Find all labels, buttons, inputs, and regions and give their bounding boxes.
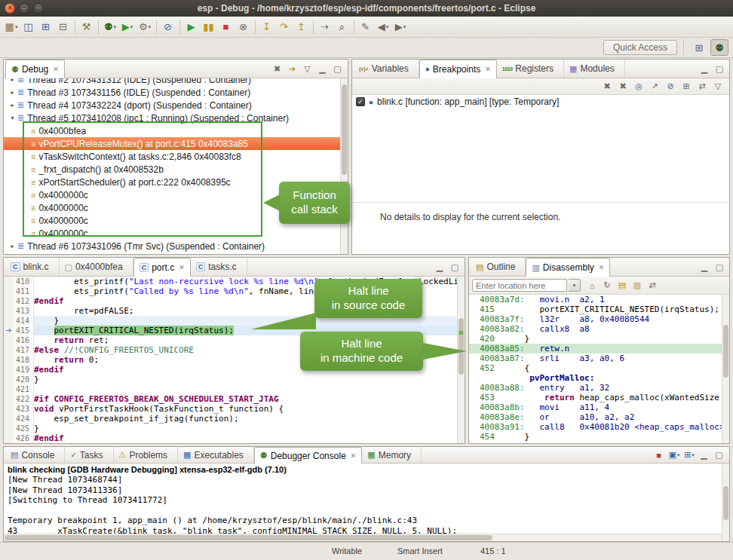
disassembly-scrollbar[interactable] xyxy=(722,295,729,443)
minimize-view-icon[interactable]: ▁ xyxy=(698,260,711,274)
disconnect-icon[interactable]: ⊗ xyxy=(235,19,252,35)
build-icon[interactable]: ⚒ xyxy=(78,19,95,35)
code-line[interactable]: 421 xyxy=(4,384,465,394)
debug-tree-row[interactable]: ▸ ≣ Thread #2 1073431312 (IDLE) (Suspend… xyxy=(4,78,348,86)
remove-all-breakpoints-icon[interactable]: ✖ xyxy=(616,80,630,93)
code-line[interactable]: 424 esp_set_breakpoint_if_jtag(function)… xyxy=(4,414,465,424)
disassembly-line[interactable]: 415 portEXIT_CRITICAL_NESTED(irqStatus); xyxy=(469,304,729,314)
debug-tree-row[interactable]: ▸ ≣ Thread #3 1073431156 (IDLE) (Suspend… xyxy=(4,86,348,99)
disassembly-line[interactable]: 40083a87: srli a3, a0, 6 xyxy=(469,353,729,363)
expand-arrow-icon[interactable]: ▸ xyxy=(8,89,17,96)
disassembly-line[interactable]: 40083a88: entry a1, 32 xyxy=(469,383,729,393)
save-icon[interactable]: ◫ xyxy=(20,19,37,35)
expand-arrow-icon[interactable]: ▸ xyxy=(8,78,17,83)
instruction-pointer-icon[interactable] xyxy=(4,424,14,433)
code-text[interactable]: esp_set_breakpoint_if_jtag(function); xyxy=(34,414,465,424)
code-text[interactable]: } xyxy=(34,375,465,384)
code-text[interactable]: } xyxy=(34,424,465,433)
code-text[interactable] xyxy=(34,384,465,394)
code-text[interactable]: #endif xyxy=(34,433,465,443)
console-vscrollbar[interactable] xyxy=(722,464,729,541)
instruction-pointer-icon[interactable] xyxy=(4,286,14,296)
tab-debug[interactable]: ⚉ Debug ✕ xyxy=(5,60,65,78)
instruction-pointer-icon[interactable] xyxy=(4,277,14,286)
expand-all-icon[interactable]: ⊞ xyxy=(679,80,693,93)
instruction-pointer-icon[interactable] xyxy=(4,394,14,404)
separator[interactable] xyxy=(354,20,354,34)
separator[interactable] xyxy=(179,20,180,34)
breakpoint-row[interactable]: ✓ ● blink.c [function: app_main] [type: … xyxy=(352,95,729,109)
refresh-disassembly-icon[interactable]: ↻ xyxy=(600,279,614,292)
code-text[interactable]: void vPortFirstTaskHook(TaskFunction_t f… xyxy=(34,404,465,414)
debug-tree-row[interactable]: ≡ _frxt_dispatch() at 0x4008532b xyxy=(4,163,348,176)
disassembly-line[interactable]: 40083a8b: movi a11, 4 xyxy=(469,402,729,412)
run-icon[interactable]: ▶▾ xyxy=(119,19,136,35)
show-source-icon[interactable]: ▤ xyxy=(615,279,629,292)
view-menu-icon[interactable]: ▽ xyxy=(711,80,725,93)
tab-tasks[interactable]: ✓ Tasks xyxy=(65,447,113,463)
separator[interactable] xyxy=(156,20,157,34)
expand-arrow-icon[interactable]: ▾ xyxy=(8,115,17,121)
expand-arrow-icon[interactable]: ▸ xyxy=(8,243,17,249)
debug-icon[interactable]: ⚉▾ xyxy=(102,19,118,35)
expand-arrow-icon[interactable]: ▸ xyxy=(8,102,17,109)
tab-variables[interactable]: (x)= Variables xyxy=(354,60,419,78)
tab-console[interactable]: ▤ Console xyxy=(5,447,65,463)
terminate-icon[interactable]: ■ xyxy=(652,448,666,462)
disassembly-line[interactable]: 454 } xyxy=(469,432,729,442)
window-maximize-button[interactable]: ▫ xyxy=(33,3,44,14)
disassembly-line[interactable]: 40083a7f: l32r a8, 0x40080544 xyxy=(469,314,729,324)
debug-view-scrollbar[interactable] xyxy=(340,78,348,254)
step-return-icon[interactable]: ↥ xyxy=(293,19,310,35)
minimize-view-icon[interactable]: ▁ xyxy=(316,62,330,75)
instruction-pointer-icon[interactable] xyxy=(4,306,14,316)
forward-icon[interactable]: ▶▾ xyxy=(392,19,409,35)
resume-icon[interactable]: ▶ xyxy=(183,19,200,35)
new-wizard-icon[interactable]: ▦▾ xyxy=(3,19,20,35)
disassembly-line[interactable]: pvPortMalloc: xyxy=(469,373,729,383)
window-minimize-button[interactable]: – xyxy=(19,3,29,14)
instruction-pointer-icon[interactable] xyxy=(4,335,14,345)
tab-debugger-console[interactable]: ⚉ Debugger Console ✕ xyxy=(254,447,363,464)
disassembly-line[interactable]: 452 { xyxy=(469,363,729,373)
instruction-pointer-icon[interactable] xyxy=(4,433,14,443)
suspend-icon[interactable]: ▮▮ xyxy=(201,19,217,35)
close-icon[interactable]: ✕ xyxy=(179,264,185,271)
remove-breakpoint-icon[interactable]: ✖ xyxy=(600,80,614,93)
instruction-pointer-icon[interactable] xyxy=(4,414,14,424)
tab-memory[interactable]: ▦ Memory xyxy=(362,447,422,463)
disassembly-line[interactable]: 40083a82: callx8 a8 xyxy=(469,324,729,334)
link-with-debug-icon[interactable]: ⇄ xyxy=(695,80,709,93)
debug-tree-row[interactable]: ▾ ≣ Thread #5 1073410208 (ipc1 : Running… xyxy=(4,112,348,124)
disassembly-line[interactable]: 420 } xyxy=(469,334,729,344)
debug-tree-row[interactable]: ≡ vPortCPUReleaseMutex() at port.c:415 0… xyxy=(4,137,348,150)
tab-disassembly[interactable]: ▥ Disassembly ✕ xyxy=(526,258,610,277)
disassembly-listing[interactable]: 40083a7d: movi.n a2, 1 415 portEXIT_CRIT… xyxy=(469,295,729,443)
last-edit-location-icon[interactable]: ✎ xyxy=(357,19,374,35)
sync-with-active-context-icon[interactable]: ⇄ xyxy=(646,279,659,292)
go-to-file-icon[interactable]: ↗ xyxy=(648,80,661,93)
code-text[interactable]: #if CONFIG_FREERTOS_BREAK_ON_SCHEDULER_S… xyxy=(34,394,465,404)
tab-modules[interactable]: ▦ Modules xyxy=(564,60,625,78)
separator[interactable] xyxy=(255,20,256,34)
window-close-button[interactable]: ✕ xyxy=(5,3,15,14)
code-line[interactable]: 426 #endif xyxy=(4,433,465,443)
breakpoint-checkbox[interactable]: ✓ xyxy=(356,97,365,106)
minimize-view-icon[interactable]: ▁ xyxy=(698,62,711,75)
quick-access-button[interactable]: Quick Access xyxy=(603,40,677,55)
tab-registers[interactable]: 1010 Registers xyxy=(497,60,564,78)
disassembly-line[interactable]: 40083a7d: movi.n a2, 1 xyxy=(469,295,729,304)
remove-all-terminated-icon[interactable]: ✖ xyxy=(271,62,284,75)
external-tools-icon[interactable]: ⚙▾ xyxy=(136,19,153,35)
instruction-pointer-icon[interactable] xyxy=(4,365,14,375)
breakpoints-list[interactable]: ✓ ● blink.c [function: app_main] [type: … xyxy=(352,95,729,254)
debug-tree-row[interactable]: ≡ vTaskSwitchContext() at tasks.c:2,846 … xyxy=(4,150,348,163)
debug-call-stack-tree[interactable]: ▸ ≣ Thread #2 1073431312 (IDLE) (Suspend… xyxy=(4,78,348,254)
debug-tree-row[interactable]: ≡ 0x4000bfea xyxy=(4,124,348,137)
maximize-view-icon[interactable]: ▢ xyxy=(331,62,345,75)
skip-all-breakpoints-icon[interactable]: ⊘ xyxy=(160,19,176,35)
disassembly-line[interactable]: 453 return heap_caps_malloc(xWantedSize xyxy=(469,393,729,402)
tab-tasks-c[interactable]: C tasks.c xyxy=(191,258,247,276)
tab-breakpoints[interactable]: ● Breakpoints ✕ xyxy=(419,60,497,78)
tab-outline[interactable]: ▤ Outline xyxy=(471,258,526,276)
